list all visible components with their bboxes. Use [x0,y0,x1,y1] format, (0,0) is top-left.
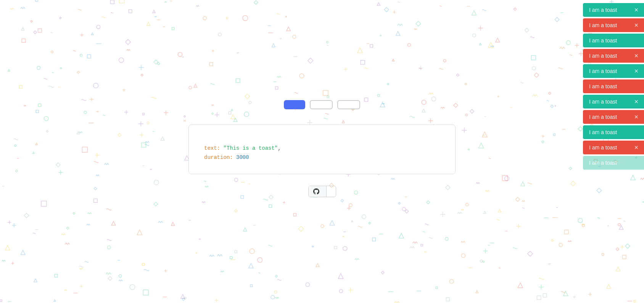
action-buttons [284,100,360,109]
code-val-duration: 3000 [236,154,249,160]
toast-text: I am a toast [589,7,617,13]
toast-text: I am a toast [589,68,617,74]
docs-button[interactable] [310,100,333,109]
github-star-count [327,189,336,194]
toast-item[interactable]: I am a toast [583,34,644,47]
toast-close-icon[interactable]: ✕ [634,7,639,13]
toast-close-icon[interactable]: ✕ [634,22,639,28]
toast-item[interactable]: I am a toast [583,156,644,170]
toast-text: I am a toast [589,99,617,105]
toast-text: I am a toast [589,37,617,44]
toast-text: I am a toast [589,22,617,28]
toast-close-icon[interactable]: ✕ [634,144,639,151]
code-key-duration: duration: [204,154,236,160]
toast-text: I am a toast [589,144,617,151]
toast-item[interactable]: I am a toast✕ [583,18,644,32]
toast-container: I am a toast✕I am a toast✕I am a toastI … [583,0,644,171]
toast-close-icon[interactable]: ✕ [634,68,639,74]
toast-item[interactable]: I am a toast✕ [583,141,644,154]
toast-item[interactable]: I am a toast [583,79,644,93]
toast-text: I am a toast [589,83,617,89]
toast-item[interactable]: I am a toast✕ [583,110,644,124]
toast-item[interactable]: I am a toast [583,125,644,139]
toast-close-icon[interactable]: ✕ [634,114,639,120]
toast-close-icon[interactable]: ✕ [634,99,639,105]
code-block: text: "This is a toast", duration: 3000 [204,144,440,162]
usage-box: text: "This is a toast", duration: 3000 [188,125,456,174]
toast-item[interactable]: I am a toast✕ [583,49,644,63]
toast-item[interactable]: I am a toast✕ [583,95,644,109]
toast-close-icon[interactable]: ✕ [634,53,639,59]
toast-item[interactable]: I am a toast✕ [583,3,644,17]
try-button[interactable] [284,100,305,109]
github-star-widget[interactable] [308,186,336,197]
toast-text: I am a toast [589,160,617,166]
toast-text: I am a toast [589,114,617,120]
toast-text: I am a toast [589,129,617,135]
github-icon [313,188,319,194]
toast-text: I am a toast [589,53,617,59]
code-val-text: "This is a toast" [223,145,278,151]
toast-item[interactable]: I am a toast✕ [583,64,644,78]
code-key-text: text: [204,145,223,151]
github-star-button[interactable] [309,186,327,197]
tweet-button[interactable] [337,100,360,109]
